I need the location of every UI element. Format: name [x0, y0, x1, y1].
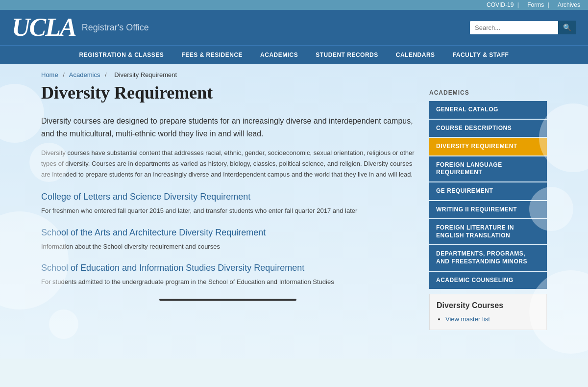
nav-academics[interactable]: ACADEMICS: [251, 46, 307, 64]
search-button[interactable]: 🔍: [558, 21, 576, 34]
sidebar-item-foreign-literature[interactable]: FOREIGN LITERATURE IN ENGLISH TRANSLATIO…: [429, 219, 547, 244]
breadcrumb-sep-2: /: [105, 71, 107, 78]
logo-area: UCLA Registrar's Office: [12, 15, 149, 40]
section-3-link[interactable]: School of Education and Information Stud…: [41, 263, 415, 273]
nav-faculty[interactable]: FACULTY & STAFF: [444, 46, 518, 64]
sidebar-box: Diversity Courses View master list: [429, 294, 547, 330]
search-area: 🔍: [470, 21, 576, 34]
covid-link[interactable]: COVID-19: [487, 1, 514, 8]
sidebar-item-writing-ii[interactable]: WRITING II REQUIREMENT: [429, 201, 547, 219]
body-paragraph: Diversity courses have substantial conte…: [41, 148, 415, 180]
content-area: Diversity Requirement Diversity courses …: [41, 82, 415, 330]
nav-calendars[interactable]: CALENDARS: [387, 46, 444, 64]
nav-fees[interactable]: FEES & RESIDENCE: [172, 46, 251, 64]
sidebar-item-ge-requirement[interactable]: GE REQUIREMENT: [429, 182, 547, 200]
nav-registration[interactable]: REGISTRATION & CLASSES: [71, 46, 173, 64]
section-3-desc: For students admitted to the undergradua…: [41, 277, 415, 287]
section-3: School of Education and Information Stud…: [41, 263, 415, 287]
sidebar: ACADEMICS GENERAL CATALOG COURSE DESCRIP…: [429, 82, 547, 330]
sidebar-item-course-descriptions[interactable]: COURSE DESCRIPTIONS: [429, 120, 547, 137]
scroll-indicator: [159, 299, 296, 301]
ucla-logo: UCLA: [12, 15, 76, 40]
registrar-subtitle: Registrar's Office: [82, 23, 149, 33]
page-background: Home / Academics / Diversity Requirement…: [0, 64, 588, 359]
section-2-link[interactable]: School of the Arts and Architecture Dive…: [41, 228, 415, 238]
sidebar-box-title: Diversity Courses: [437, 301, 539, 310]
sidebar-item-departments[interactable]: DEPARTMENTS, PROGRAMS, AND FREESTANDING …: [429, 245, 547, 270]
section-1-desc: For freshmen who entered fall quarter 20…: [41, 206, 415, 216]
search-input[interactable]: [470, 21, 558, 34]
breadcrumb: Home / Academics / Diversity Requirement: [41, 64, 547, 82]
archives-link[interactable]: Archives: [558, 1, 580, 8]
section-2: School of the Arts and Architecture Dive…: [41, 228, 415, 252]
separator-1: |: [517, 1, 519, 8]
forms-link[interactable]: Forms: [527, 1, 544, 8]
section-1: College of Letters and Science Diversity…: [41, 192, 415, 216]
content-wrapper: Home / Academics / Diversity Requirement…: [29, 64, 559, 350]
breadcrumb-home[interactable]: Home: [41, 71, 58, 78]
breadcrumb-sep-1: /: [63, 71, 65, 78]
sidebar-item-foreign-language[interactable]: FOREIGN LANGUAGE REQUIREMENT: [429, 156, 547, 181]
view-master-list-link[interactable]: View master list: [445, 315, 490, 323]
breadcrumb-current: Diversity Requirement: [114, 71, 177, 78]
sidebar-item-general-catalog[interactable]: GENERAL CATALOG: [429, 101, 547, 119]
header: UCLA Registrar's Office 🔍: [0, 10, 588, 45]
sidebar-heading: ACADEMICS: [429, 82, 547, 101]
page-title: Diversity Requirement: [41, 82, 415, 103]
sidebar-menu: GENERAL CATALOG COURSE DESCRIPTIONS DIVE…: [429, 101, 547, 289]
sidebar-item-diversity-requirement[interactable]: DIVERSITY REQUIREMENT: [429, 138, 547, 155]
sidebar-item-academic-counseling[interactable]: ACADEMIC COUNSELING: [429, 272, 547, 289]
separator-2: |: [548, 1, 549, 8]
top-bar: COVID-19 | Forms | Archives: [0, 0, 588, 10]
breadcrumb-academics[interactable]: Academics: [69, 71, 100, 78]
nav-student-records[interactable]: STUDENT RECORDS: [307, 46, 387, 64]
section-2-desc: Information about the School diversity r…: [41, 242, 415, 252]
section-1-link[interactable]: College of Letters and Science Diversity…: [41, 192, 415, 202]
main-layout: Diversity Requirement Diversity courses …: [41, 82, 547, 350]
main-nav: REGISTRATION & CLASSES FEES & RESIDENCE …: [0, 45, 588, 64]
intro-paragraph: Diversity courses are designed to prepar…: [41, 115, 415, 140]
